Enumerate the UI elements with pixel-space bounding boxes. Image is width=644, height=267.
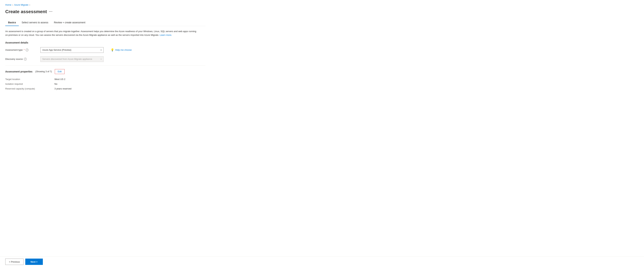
assessment-type-label: Assessment type [5, 49, 23, 51]
tab-select-servers[interactable]: Select servers to assess [19, 19, 51, 26]
discovery-source-label-group: Discovery source i [5, 58, 37, 60]
bottom-bar: < Previous Next > [0, 256, 644, 267]
help-me-choose-link[interactable]: 💡 Help me choose [110, 48, 132, 51]
next-button[interactable]: Next > [25, 259, 43, 265]
assessment-type-dropdown[interactable]: Azure App Service (Preview) ∨ [40, 47, 104, 53]
tabs-container: Basics Select servers to assess Review +… [5, 19, 206, 26]
page-title: Create assessment [5, 9, 47, 14]
discovery-source-row: Discovery source i Servers discovered fr… [5, 56, 206, 62]
property-label-target-location: Target location [5, 78, 54, 80]
learn-more-link[interactable]: Learn more. [160, 34, 172, 36]
discovery-source-label: Discovery source [5, 58, 23, 60]
help-me-choose-label: Help me choose [115, 49, 132, 51]
breadcrumb: Home › Azure Migrate › [5, 3, 206, 6]
tabs: Basics Select servers to assess Review +… [5, 19, 206, 26]
assessment-type-dropdown-arrow: ∨ [100, 49, 102, 51]
more-options-button[interactable]: ··· [49, 10, 53, 13]
property-value-target-location: West US 2 [54, 78, 65, 80]
assessment-type-info-icon[interactable]: i [26, 49, 28, 51]
assessment-details-title: Assessment details [5, 41, 206, 44]
discovery-source-value: Servers discovered from Azure Migrate ap… [42, 58, 92, 60]
assessment-type-label-group: Assessment type * i [5, 49, 37, 51]
breadcrumb-separator-2: › [30, 4, 30, 6]
edit-button[interactable]: Edit [55, 69, 64, 74]
discovery-source-info-icon[interactable]: i [24, 58, 27, 60]
required-star: * [24, 49, 24, 51]
property-row-isolation-required: Isolation required No [5, 82, 206, 86]
bulb-icon: 💡 [110, 48, 114, 51]
property-value-reserved-capacity: 3 years reserved [54, 87, 72, 90]
previous-button[interactable]: < Previous [5, 259, 24, 265]
showing-count: (Showing 3 of 7) [35, 70, 52, 73]
property-row-target-location: Target location West US 2 [5, 77, 206, 82]
breadcrumb-separator-1: › [12, 4, 13, 6]
assessment-properties-title: Assessment properties [5, 70, 32, 73]
tab-basics[interactable]: Basics [5, 19, 19, 26]
property-value-isolation-required: No [54, 83, 58, 85]
discovery-source-dropdown: Servers discovered from Azure Migrate ap… [40, 56, 104, 62]
assessment-type-value: Azure App Service (Preview) [42, 49, 71, 51]
page-header: Create assessment ··· [5, 9, 206, 14]
property-label-reserved-capacity: Reserved capacity (compute) [5, 87, 54, 90]
property-row-reserved-capacity: Reserved capacity (compute) 3 years rese… [5, 86, 206, 91]
section-divider [5, 65, 206, 66]
breadcrumb-azure-migrate[interactable]: Azure Migrate [14, 3, 28, 6]
breadcrumb-home[interactable]: Home [5, 3, 12, 6]
assessment-type-row: Assessment type * i Azure App Service (P… [5, 47, 206, 53]
discovery-source-dropdown-arrow: ∨ [100, 58, 102, 60]
description-text: An assessment is created on a group of s… [5, 30, 198, 37]
property-label-isolation-required: Isolation required [5, 83, 54, 85]
assessment-properties-header: Assessment properties (Showing 3 of 7) E… [5, 69, 206, 74]
tab-review-create[interactable]: Review + create assessment [51, 19, 88, 26]
properties-table: Target location West US 2 Isolation requ… [5, 77, 206, 91]
